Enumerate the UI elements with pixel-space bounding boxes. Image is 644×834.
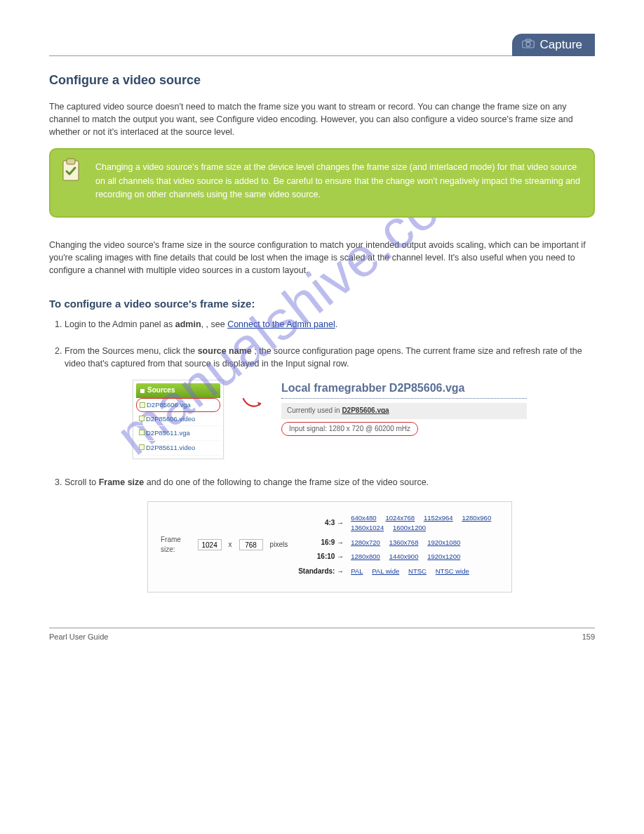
step3-bold: Frame size <box>99 477 145 487</box>
preset-link[interactable]: 1280x960 <box>462 514 491 522</box>
footer-page-number: 159 <box>582 633 595 641</box>
preset-link[interactable]: PAL <box>351 567 363 575</box>
preset-link[interactable]: 1600x1200 <box>393 524 426 531</box>
source-item[interactable]: D2P85611.video <box>136 441 220 456</box>
para2: Changing the video source's frame size i… <box>49 239 595 277</box>
note-box: Changing a video source's frame size at … <box>49 148 595 217</box>
figure-frame-size: Frame size: x pixels 4:3 → 640x480 1024x… <box>147 501 512 593</box>
source-item[interactable]: D2P85611.vga <box>136 426 220 441</box>
frame-width-input[interactable] <box>198 539 222 550</box>
capture-badge-label: Capture <box>540 38 582 52</box>
pixels-label: pixels <box>270 540 288 550</box>
svg-rect-4 <box>67 159 75 164</box>
svg-point-1 <box>526 42 530 46</box>
source-item-selected[interactable]: D2P85606.vga <box>136 398 220 412</box>
procedure-steps: Login to the Admin panel as admin, , see… <box>65 318 595 593</box>
preset-link[interactable]: 1152x964 <box>424 514 453 522</box>
ratio-label: Standards: → <box>295 567 344 577</box>
source-item[interactable]: D2P85606.video <box>136 412 220 427</box>
preset-link[interactable]: 1920x1200 <box>427 552 460 560</box>
sources-header-label: Sources <box>147 385 175 396</box>
used-in-row: Currently used in D2P85606.vga <box>281 403 527 419</box>
camera-icon <box>522 38 535 52</box>
times-symbol: x <box>229 540 232 550</box>
footer-left: Pearl User Guide <box>49 633 108 641</box>
preset-link[interactable]: NTSC wide <box>436 567 469 575</box>
note-text: Changing a video source's frame size at … <box>95 161 581 201</box>
preset-link[interactable]: 640x480 <box>351 514 376 522</box>
preset-row-standards: Standards: → PAL PAL wide NTSC NTSC wide <box>295 567 499 577</box>
framegrabber-title: Local framegrabber D2P85606.vga <box>281 380 527 399</box>
step2-bold: source name <box>198 346 252 356</box>
sources-list: D2P85606.vga D2P85606.video D2P85611.vga… <box>136 398 220 456</box>
top-bar: Capture <box>49 28 595 56</box>
preset-link[interactable]: 1360x768 <box>389 538 419 546</box>
step2-lead: From the Sources menu, click the <box>65 346 198 356</box>
used-in-label: Currently used in <box>287 406 342 414</box>
preset-list: 4:3 → 640x480 1024x768 1152x964 1280x960… <box>295 513 499 577</box>
intro-paragraph: The captured video source doesn't need t… <box>49 100 595 138</box>
step3-tail: and do one of the following to change th… <box>147 477 429 487</box>
sources-header: Sources <box>136 383 220 398</box>
page-footer: Pearl User Guide 159 <box>0 628 644 641</box>
input-signal-row: Input signal: 1280 x 720 @ 60200 mHz <box>281 422 418 437</box>
figure-sources-framegrabber: Sources D2P85606.vga D2P85606.video D2P8… <box>65 380 595 459</box>
ratio-label: 4:3 → <box>295 518 344 529</box>
step1-role: admin <box>175 319 201 329</box>
clipboard-check-icon <box>60 158 81 182</box>
step3-lead: Scroll to <box>65 477 96 487</box>
preset-link[interactable]: 1920x1080 <box>427 538 460 546</box>
preset-row-16-9: 16:9 → 1280x720 1360x768 1920x1080 <box>295 538 499 548</box>
preset-link[interactable]: 1280x720 <box>351 538 380 546</box>
preset-link[interactable]: 1024x768 <box>385 514 415 522</box>
sources-panel: Sources D2P85606.vga D2P85606.video D2P8… <box>133 380 224 459</box>
ratio-label: 16:9 → <box>295 538 344 548</box>
capture-badge: Capture <box>512 34 595 56</box>
preset-link[interactable]: 1360x1024 <box>351 524 384 531</box>
preset-link[interactable]: PAL wide <box>372 567 399 575</box>
step-1: Login to the Admin panel as admin, , see… <box>65 318 595 331</box>
preset-row-4-3: 4:3 → 640x480 1024x768 1152x964 1280x960… <box>295 513 499 534</box>
frame-size-label: Frame size: <box>161 535 191 555</box>
preset-link[interactable]: 1440x900 <box>389 552 419 560</box>
frame-height-input[interactable] <box>239 539 263 550</box>
step1-lead: Login to the Admin panel as <box>65 319 173 329</box>
section-title: Configure a video source <box>49 73 595 88</box>
ratio-label: 16:10 → <box>295 552 344 562</box>
arrow-curve-icon <box>241 393 264 418</box>
step-2: From the Sources menu, click the source … <box>65 345 595 459</box>
used-in-value[interactable]: D2P85606.vga <box>342 406 389 414</box>
preset-row-16-10: 16:10 → 1280x800 1440x900 1920x1200 <box>295 552 499 562</box>
procedure-heading: To configure a video source's frame size… <box>49 298 595 310</box>
preset-link[interactable]: 1280x800 <box>351 552 380 560</box>
step1-tail: , see <box>206 319 225 329</box>
svg-rect-2 <box>525 39 531 41</box>
preset-link[interactable]: NTSC <box>408 567 427 575</box>
framegrabber-panel: Local framegrabber D2P85606.vga Currentl… <box>281 380 527 436</box>
square-bullet-icon <box>140 389 145 393</box>
step1-link[interactable]: Connect to the Admin panel <box>227 319 335 329</box>
step-3: Scroll to Frame size and do one of the f… <box>65 476 595 593</box>
